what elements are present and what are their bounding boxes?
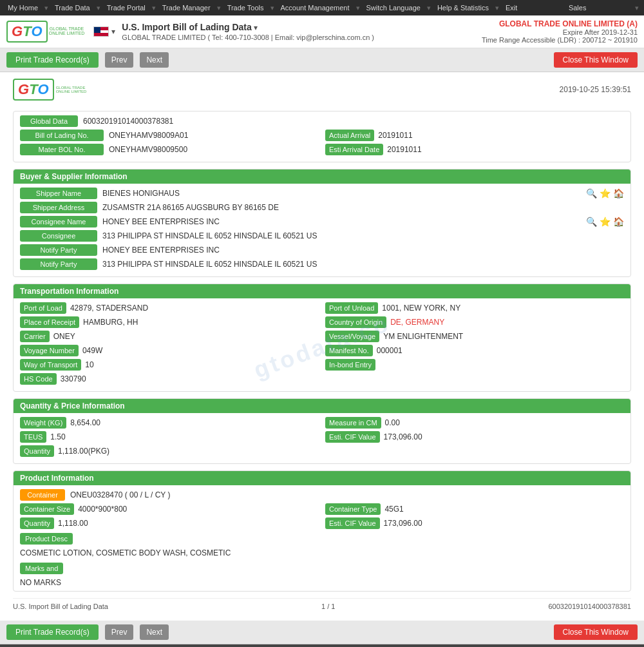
language-selector[interactable]: ▾ xyxy=(111,27,115,36)
voyage-value: 049W xyxy=(82,346,319,355)
header-bar: G T O GLOBAL TRADEONLINE LIMITED ▾ U.S. … xyxy=(0,15,644,48)
logo-area: G T O GLOBAL TRADEONLINE LIMITED xyxy=(6,21,84,43)
port-row: Port of Load 42879, STADERSAND Port of U… xyxy=(20,302,624,314)
global-data-section: Global Data 600320191014000378381 Bill o… xyxy=(13,111,631,162)
header-title-area: U.S. Import Bill of Lading Data ▾ GLOBAL… xyxy=(122,22,374,41)
product-cif-label: Esti. CIF Value xyxy=(325,517,380,529)
manifest-label: Manifest No. xyxy=(325,345,373,356)
consignee-home-icon[interactable]: 🏠 xyxy=(613,217,624,227)
master-bol-half: Mater BOL No. ONEYHAMV98009500 xyxy=(20,144,319,155)
esti-arrival-half: Esti Arrival Date 20191011 xyxy=(325,144,624,155)
doc-timestamp: 2019-10-25 15:39:51 xyxy=(560,85,631,94)
nav-trade-tools[interactable]: Trade Tools xyxy=(225,3,267,13)
transportation-title: Transportation Information xyxy=(14,284,630,298)
product-cif-half: Esti. CIF Value 173,096.00 xyxy=(325,517,624,529)
next-button-bottom[interactable]: Next xyxy=(140,624,169,640)
weight-half: Weight (KG) 8,654.00 xyxy=(20,417,319,429)
us-flag xyxy=(93,26,109,37)
port-load-label: Port of Load xyxy=(20,302,66,314)
carrier-half: Carrier ONEY xyxy=(20,331,319,342)
notify-party-2-label: Notify Party xyxy=(20,258,97,270)
country-origin-label: Country of Origin xyxy=(325,316,386,328)
flag-area: ▾ xyxy=(93,26,115,37)
cif-label: Esti. CIF Value xyxy=(325,431,380,443)
main-content: gtodata.co G T O GLOBAL TRADE ONLINE LIM… xyxy=(0,72,644,621)
notify-party-1-label: Notify Party xyxy=(20,244,97,256)
way-transport-label: Way of Transport xyxy=(20,359,81,371)
vessel-half: Vessel/Voyage YM ENLIGHTENMENT xyxy=(325,331,624,342)
nav-trade-data[interactable]: Trade Data xyxy=(52,3,93,13)
next-button-top[interactable]: Next xyxy=(140,52,169,68)
hs-code-label: HS Code xyxy=(20,373,57,385)
voyage-label: Voyage Number xyxy=(20,345,79,356)
product-title: Product Information xyxy=(14,471,630,485)
consignee-star-icon[interactable]: ⭐ xyxy=(600,217,611,227)
top-navigation: My Home ▾ Trade Data ▾ Trade Portal ▾ Tr… xyxy=(0,0,644,15)
shipper-name-row: Shipper Name BIENES HONIGHAUS 🔍 ⭐ 🏠 xyxy=(20,188,624,199)
master-bol-label: Mater BOL No. xyxy=(20,144,104,155)
prev-button-bottom[interactable]: Prev xyxy=(105,624,134,640)
consignee-name-value: HONEY BEE ENTERPRISES INC xyxy=(102,217,582,226)
port-unload-value: 1001, NEW YORK, NY xyxy=(382,304,624,313)
print-button-top[interactable]: Print Trade Record(s) xyxy=(6,52,99,68)
hs-code-row: HS Code 330790 xyxy=(20,373,624,385)
quantity-value: 1,118.00(PKG) xyxy=(58,447,624,456)
nav-exit[interactable]: Exit xyxy=(503,3,520,13)
nav-help-statistics[interactable]: Help & Statistics xyxy=(435,3,491,13)
consignee-search-icon[interactable]: 🔍 xyxy=(586,217,597,227)
container-type-half: Container Type 45G1 xyxy=(325,503,624,515)
way-transport-value: 10 xyxy=(85,360,319,369)
action-bar-bottom: Print Trade Record(s) Prev Next Close Th… xyxy=(0,621,644,644)
nav-trade-portal[interactable]: Trade Portal xyxy=(104,3,148,13)
search-icon[interactable]: 🔍 xyxy=(586,188,597,198)
logo-t: T xyxy=(23,23,31,40)
master-bol-row: Mater BOL No. ONEYHAMV98009500 Esti Arri… xyxy=(20,144,624,155)
logo-box: G T O xyxy=(6,21,48,43)
print-button-bottom[interactable]: Print Trade Record(s) xyxy=(6,624,99,640)
header-right: GLOBAL TRADE ONLINE LIMITED (A) Expire A… xyxy=(482,19,638,44)
bol-label: Bill of Lading No. xyxy=(20,130,104,141)
global-data-label: Global Data xyxy=(20,115,78,127)
measure-half: Measure in CM 0.00 xyxy=(325,417,624,429)
esti-arrival-label: Esti Arrival Date xyxy=(325,144,383,155)
voyage-half: Voyage Number 049W xyxy=(20,345,319,356)
marks-value: NO MARKS xyxy=(20,578,624,587)
doc-logo-box: G T O xyxy=(13,79,54,101)
nav-sales[interactable]: Sales xyxy=(569,4,587,12)
doc-footer: U.S. Import Bill of Lading Data 1 / 1 60… xyxy=(13,598,631,614)
consignee-icons: 🔍 ⭐ 🏠 xyxy=(586,217,624,227)
bol-row: Bill of Lading No. ONEYHAMV98009A01 Actu… xyxy=(20,130,624,141)
star-icon[interactable]: ⭐ xyxy=(600,188,611,198)
cif-half: Esti. CIF Value 173,096.00 xyxy=(325,431,624,443)
shipper-icons: 🔍 ⭐ 🏠 xyxy=(586,188,624,198)
way-transport-half: Way of Transport 10 xyxy=(20,359,319,371)
container-value: ONEU0328470 ( 00 / L / CY ) xyxy=(70,490,624,499)
consignee-label: Consignee xyxy=(20,230,97,242)
nav-switch-language[interactable]: Switch Language xyxy=(364,3,423,13)
cif-value: 173,096.00 xyxy=(384,432,624,441)
title-dropdown[interactable]: ▾ xyxy=(254,23,258,32)
home-icon[interactable]: 🏠 xyxy=(613,188,624,198)
nav-account-management[interactable]: Account Management xyxy=(278,3,352,13)
nav-trade-manager[interactable]: Trade Manager xyxy=(160,3,213,13)
country-origin-value: DE, GERMANY xyxy=(390,318,624,327)
nav-my-home[interactable]: My Home xyxy=(5,3,41,13)
port-load-value: 42879, STADERSAND xyxy=(70,304,319,313)
global-data-row: Global Data 600320191014000378381 xyxy=(20,115,624,127)
hs-code-value: 330790 xyxy=(61,374,624,383)
container-type-label: Container Type xyxy=(325,503,381,515)
product-cif-value: 173,096.00 xyxy=(384,519,624,528)
port-unload-label: Port of Unload xyxy=(325,302,378,314)
prev-button-top[interactable]: Prev xyxy=(105,52,134,68)
inbond-label: In-bond Entry xyxy=(325,359,375,371)
consignee-row: Consignee 313 PHILIPPA ST HINSDALE IL 60… xyxy=(20,230,624,242)
close-button-bottom[interactable]: Close This Window xyxy=(554,624,638,640)
container-label: Container xyxy=(20,489,65,501)
manifest-half: Manifest No. 000001 xyxy=(325,345,624,356)
product-section: Product Information Container ONEU032847… xyxy=(13,470,631,592)
vessel-value: YM ENLIGHTENMENT xyxy=(383,332,624,341)
transportation-body: Port of Load 42879, STADERSAND Port of U… xyxy=(14,298,630,391)
close-button-top[interactable]: Close This Window xyxy=(554,52,638,68)
port-unload-half: Port of Unload 1001, NEW YORK, NY xyxy=(325,302,624,314)
measure-value: 0.00 xyxy=(385,418,624,427)
